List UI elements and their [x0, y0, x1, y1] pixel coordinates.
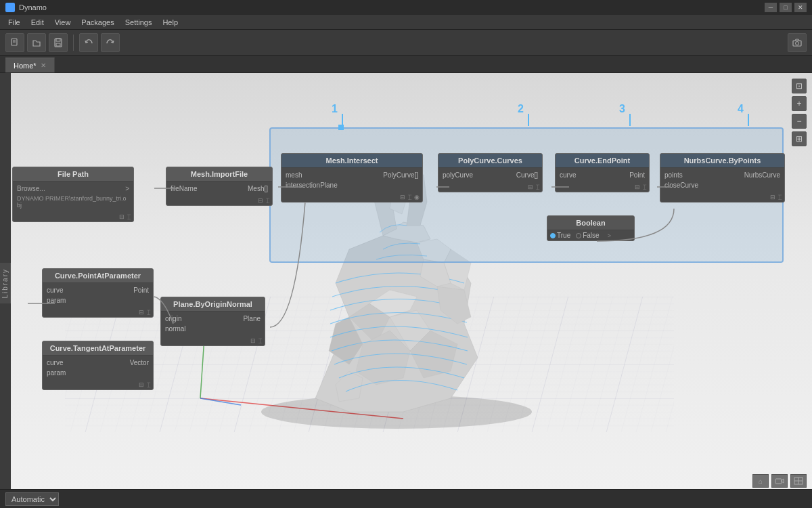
curve-tangent-row1: curve Vector [47, 358, 149, 367]
polycurve-input: polyCurve [443, 171, 473, 179]
zoom-in-button[interactable]: + [792, 96, 807, 111]
plane-origin-row1: origin Plane [165, 314, 261, 323]
menu-packages[interactable]: Packages [76, 17, 119, 28]
svg-point-7 [796, 41, 799, 45]
tab-home[interactable]: Home* ✕ [5, 58, 55, 72]
curve-point-output: Point [133, 287, 149, 294]
mesh-import-resize[interactable]: ⊟ [258, 197, 263, 204]
menubar: File Edit View Packages Settings Help [0, 15, 812, 30]
camera-view-button[interactable] [771, 474, 788, 488]
plane-origin-node[interactable]: Plane.ByOriginNormal origin Plane normal… [160, 297, 265, 346]
menu-settings[interactable]: Settings [120, 17, 158, 28]
curve-endpoint-output: Point [629, 171, 645, 179]
mesh-intersect-input-plane: intersectionPlane [286, 182, 338, 189]
boolean-true-radio[interactable] [550, 233, 556, 238]
undo-button[interactable] [79, 33, 98, 52]
nurbs-curve-footer: ⊟ ⌶ [660, 192, 784, 202]
boolean-true-option[interactable]: True [550, 232, 570, 239]
plane-origin-input-normal: normal [165, 325, 186, 333]
node-resize-icon[interactable]: ⊟ [119, 213, 125, 220]
file-path-header: File Path [13, 167, 133, 182]
polycurve-pin[interactable]: ⌶ [536, 184, 539, 190]
nurbs-input-close: closeCurve [664, 182, 698, 189]
nurbs-curve-node[interactable]: NurbsCurve.ByPoints points NurbsCurve cl… [660, 153, 785, 203]
viewport-bottom-controls: ⌂ [752, 474, 807, 488]
boolean-false-label: False [583, 232, 599, 239]
plane-origin-pin[interactable]: ⌶ [258, 337, 262, 344]
mesh-import-node[interactable]: Mesh.ImportFile fileName Mesh[] ⊟ ⌶ [166, 167, 273, 206]
menu-help[interactable]: Help [157, 17, 183, 28]
boolean-false-option[interactable]: False [576, 232, 599, 239]
curve-endpoint-node[interactable]: Curve.EndPoint curve Point ⊟ ⌶ [555, 153, 650, 192]
open-button[interactable] [27, 33, 46, 52]
curve-tangent-node[interactable]: Curve.TangentAtParameter curve Vector pa… [42, 341, 154, 390]
redo-button[interactable] [101, 33, 120, 52]
mesh-intersect-resize[interactable]: ⊟ [400, 194, 405, 200]
save-button[interactable] [49, 33, 68, 52]
curve-point-resize[interactable]: ⊟ [139, 309, 144, 316]
window-controls: ─ □ ✕ [765, 3, 807, 12]
toolbar [0, 30, 812, 56]
app-icon [5, 3, 15, 12]
mesh-intersect-node[interactable]: Mesh.Intersect mesh PolyCurve[] intersec… [281, 153, 423, 203]
maximize-button[interactable]: □ [780, 3, 792, 12]
minimize-button[interactable]: ─ [765, 3, 777, 12]
curve-tangent-resize[interactable]: ⊟ [139, 381, 144, 388]
node-pin-icon[interactable]: ⌶ [127, 213, 131, 220]
polycurve-node[interactable]: PolyCurve.Curves polyCurve Curve[] ⊟ ⌶ [438, 153, 543, 192]
polycurve-header: PolyCurve.Curves [438, 154, 542, 168]
boolean-false-radio[interactable] [576, 233, 581, 238]
file-path-value: DYNAMO PRIMER\stanford_bunny_tri.obj [17, 195, 129, 209]
polycurve-resize[interactable]: ⊟ [528, 184, 533, 190]
curve-point-pin[interactable]: ⌶ [147, 309, 150, 316]
curve-endpoint-resize[interactable]: ⊟ [635, 184, 640, 190]
curve-tangent-footer: ⊟ ⌶ [43, 380, 153, 389]
nurbs-resize[interactable]: ⊟ [770, 194, 775, 200]
curve-point-node[interactable]: Curve.PointAtParameter curve Point param… [42, 268, 154, 318]
titlebar: Dynamo ─ □ ✕ [0, 0, 812, 15]
curve-tangent-input-param: param [47, 369, 66, 377]
curve-tangent-pin[interactable]: ⌶ [147, 381, 150, 388]
new-button[interactable] [5, 33, 24, 52]
curve-point-footer: ⊟ ⌶ [43, 308, 153, 317]
polycurve-output: Curve[] [516, 171, 538, 179]
curve-point-input-param: param [47, 297, 66, 304]
tab-close-home[interactable]: ✕ [41, 62, 46, 69]
plane-origin-resize[interactable]: ⊟ [250, 337, 256, 344]
plane-origin-header: Plane.ByOriginNormal [161, 297, 265, 312]
execution-mode-select[interactable]: Automatic Manual [5, 492, 59, 506]
mesh-intersect-row2: intersectionPlane [286, 181, 418, 190]
zoom-fit-button[interactable]: ⊞ [792, 131, 807, 146]
tab-home-label: Home* [14, 62, 37, 70]
browse-button[interactable]: Browse... [17, 185, 45, 192]
mesh-import-pin[interactable]: ⌶ [266, 197, 269, 204]
menu-view[interactable]: View [49, 17, 76, 28]
step-4-line [748, 114, 749, 126]
zoom-out-button[interactable]: − [792, 114, 807, 129]
step-3-number: 3 [619, 103, 625, 115]
mesh-intersect-preview[interactable]: ◉ [414, 194, 420, 200]
home-view-button[interactable]: ⌂ [752, 474, 769, 488]
boolean-arrow[interactable]: > [608, 232, 611, 239]
nurbs-pin[interactable]: ⌶ [778, 194, 782, 200]
boolean-header: Boolean [547, 216, 634, 230]
file-path-node[interactable]: File Path Browse... > DYNAMO PRIMER\stan… [12, 167, 134, 222]
sidebar-toggle[interactable]: Library [0, 263, 11, 303]
curve-endpoint-row1: curve Point [560, 171, 645, 179]
mesh-intersect-pin[interactable]: ⌶ [408, 194, 411, 200]
close-button[interactable]: ✕ [794, 3, 807, 12]
boolean-node[interactable]: Boolean True False > [547, 215, 635, 241]
mesh-import-output-mesh: Mesh[] [248, 185, 268, 192]
grid-view-button[interactable] [790, 474, 807, 488]
menu-edit[interactable]: Edit [26, 17, 49, 28]
step-2-number: 2 [518, 103, 524, 115]
expand-button[interactable]: ⊡ [792, 79, 807, 93]
step-1-number: 1 [332, 103, 338, 115]
menu-file[interactable]: File [3, 17, 26, 28]
toolbar-separator [73, 35, 74, 51]
tabbar: Home* ✕ [0, 56, 812, 73]
mesh-intersect-input-mesh: mesh [286, 171, 302, 179]
curve-endpoint-pin[interactable]: ⌶ [643, 184, 646, 190]
camera-button[interactable] [788, 33, 807, 52]
nurbs-input-points: points [664, 171, 683, 179]
